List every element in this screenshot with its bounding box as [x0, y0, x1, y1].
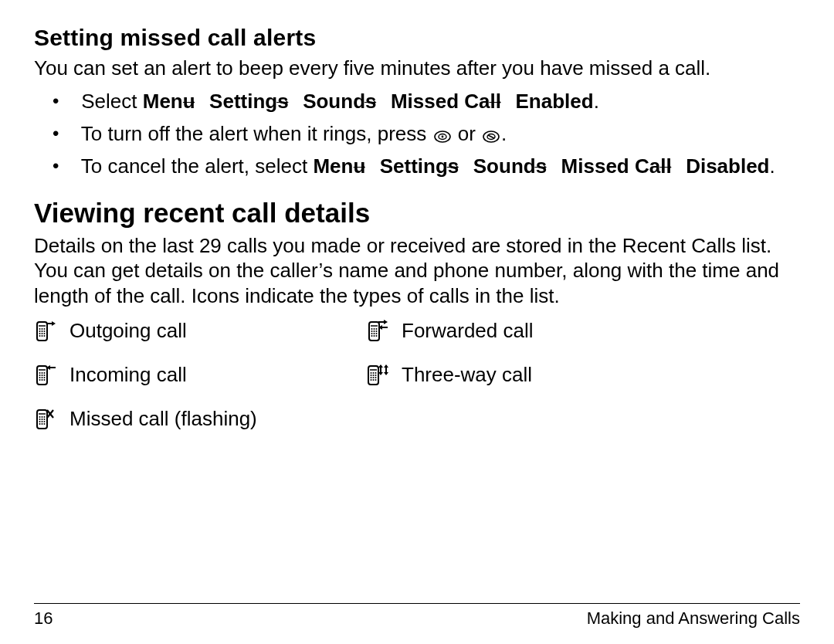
- paragraph-missed-alert-intro: You can set an alert to beep every five …: [34, 56, 800, 81]
- text: .: [501, 122, 507, 145]
- call-type-icon-grid: Outgoing call Forwarded call Incoming ca…: [34, 319, 667, 431]
- icon-item-missed: Missed call (flashing): [34, 407, 335, 431]
- label: Forwarded call: [402, 319, 534, 343]
- text: To cancel the alert, select: [81, 154, 314, 178]
- incoming-call-icon: [34, 364, 59, 387]
- outgoing-call-icon: [34, 320, 59, 343]
- icon-item-incoming: Incoming call: [34, 363, 335, 387]
- bullet-disable-path: To cancel the alert, select Menu → Setti…: [34, 152, 800, 180]
- label: Incoming call: [70, 363, 187, 387]
- svg-line-19: [488, 135, 494, 138]
- menu-path-enabled: Menu → Settings → Sounds → Missed Call →…: [143, 90, 594, 113]
- paragraph-recent-calls-intro: Details on the last 29 calls you made or…: [34, 233, 800, 309]
- page-number: 16: [34, 608, 53, 629]
- bullet-enable-path: Select Menu → Settings → Sounds → Missed…: [34, 87, 800, 115]
- end-button-icon: [483, 130, 500, 143]
- page-footer: 16 Making and Answering Calls: [34, 603, 800, 629]
- icon-item-outgoing: Outgoing call: [34, 319, 335, 343]
- label: Missed call (flashing): [70, 407, 257, 431]
- bullet-list-missed-alerts: Select Menu → Settings → Sounds → Missed…: [34, 87, 800, 181]
- text: Select: [81, 90, 143, 113]
- forwarded-call-icon: [366, 320, 391, 343]
- three-way-call-icon: [366, 364, 391, 387]
- bullet-turn-off-alert: To turn off the alert when it rings, pre…: [34, 120, 800, 147]
- text: or: [458, 122, 481, 145]
- icon-item-threeway: Three-way call: [366, 363, 667, 387]
- svg-point-18: [441, 135, 443, 137]
- icon-item-forwarded: Forwarded call: [366, 319, 667, 343]
- menu-path-disabled: Menu → Settings → Sounds → Missed Call →…: [313, 154, 769, 178]
- text: To turn off the alert when it rings, pre…: [81, 122, 432, 145]
- heading-missed-call-alerts: Setting missed call alerts: [34, 25, 800, 51]
- heading-recent-call-details: Viewing recent call details: [34, 198, 800, 229]
- missed-call-icon: [34, 408, 59, 431]
- label: Three-way call: [402, 363, 532, 387]
- label: Outgoing call: [70, 319, 187, 343]
- chapter-title: Making and Answering Calls: [587, 608, 800, 629]
- ok-button-icon: [434, 130, 451, 143]
